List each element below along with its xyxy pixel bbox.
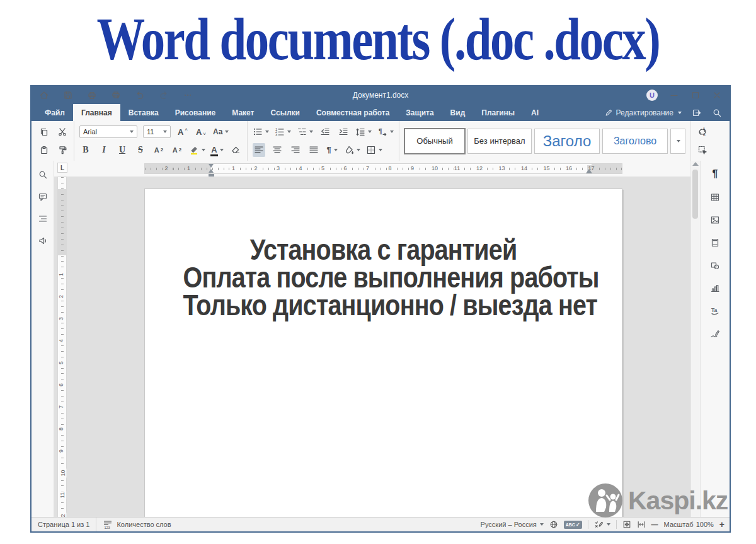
increase-font-button[interactable]: A˄ <box>176 125 189 139</box>
numbered-list-button[interactable]: 123 <box>275 125 291 139</box>
clear-formatting-button[interactable] <box>229 143 242 157</box>
feedback-icon[interactable] <box>38 236 48 246</box>
chevron-down-icon <box>220 149 224 151</box>
align-right-button[interactable] <box>289 143 302 157</box>
underline-button[interactable]: U <box>116 143 129 157</box>
ruler-number: 4 <box>297 165 303 172</box>
zoom-in-button[interactable]: + <box>719 519 724 530</box>
track-changes-button[interactable] <box>594 520 610 530</box>
print-icon[interactable] <box>87 90 97 100</box>
hanging-indent-marker[interactable] <box>209 169 214 173</box>
show-paragraph-marks-button[interactable]: ¶ <box>326 143 338 157</box>
cut-button[interactable] <box>56 125 69 139</box>
bullet-list-button[interactable] <box>253 125 269 139</box>
align-center-button[interactable] <box>271 143 284 157</box>
vertical-scrollbar[interactable] <box>690 161 700 518</box>
paragraph-mark-button[interactable]: ¶ <box>377 125 394 139</box>
align-justify-button[interactable] <box>307 143 320 157</box>
right-indent-marker[interactable] <box>586 169 592 173</box>
shape-settings-icon[interactable] <box>710 260 720 270</box>
font-name-select[interactable]: Arial <box>79 125 137 138</box>
edit-mode-selector[interactable]: Редактирование <box>604 108 682 117</box>
avatar[interactable]: U <box>646 90 658 101</box>
multilevel-list-button[interactable] <box>297 125 313 139</box>
bold-button[interactable]: B <box>79 143 92 157</box>
quick-print-icon[interactable] <box>111 90 121 100</box>
redo-icon[interactable] <box>159 90 169 100</box>
tab-ai[interactable]: AI <box>523 104 547 121</box>
document-page[interactable]: Установка с гарантиейОплата после выполн… <box>144 188 622 518</box>
more-icon[interactable] <box>183 90 193 100</box>
textart-settings-icon[interactable]: Ta <box>710 306 720 316</box>
comments-icon[interactable] <box>38 192 48 202</box>
fit-width-button[interactable] <box>637 520 646 529</box>
home-icon[interactable] <box>39 90 49 100</box>
shading-button[interactable] <box>344 143 360 157</box>
font-size-select[interactable]: 11 <box>143 125 171 138</box>
tab-файл[interactable]: Файл <box>37 104 73 121</box>
document-language-icon[interactable] <box>549 520 558 529</box>
style-1[interactable]: Обычный <box>404 129 465 154</box>
word-count[interactable]: 123 Количество слов <box>96 518 177 531</box>
language-selector[interactable]: Русский – Россия <box>481 521 544 528</box>
line-spacing-button[interactable] <box>355 125 372 139</box>
select-all-button[interactable] <box>696 143 709 157</box>
borders-button[interactable] <box>366 143 382 157</box>
page-indicator[interactable]: Страница 1 из 1 <box>32 518 96 531</box>
format-painter-button[interactable] <box>56 143 69 157</box>
tab-ссылки[interactable]: Ссылки <box>262 104 307 121</box>
tab-совместная-работа[interactable]: Совместная работа <box>308 104 398 121</box>
italic-button[interactable]: I <box>98 143 110 157</box>
watermark: Kaspi.kz <box>588 483 728 518</box>
tab-вставка[interactable]: Вставка <box>120 104 167 121</box>
minimize-icon[interactable] <box>669 90 679 100</box>
decrease-font-button[interactable]: A˅ <box>195 125 207 139</box>
font-color-button[interactable]: A <box>211 143 224 157</box>
signature-icon[interactable] <box>710 328 720 339</box>
image-settings-icon[interactable] <box>710 215 720 225</box>
styles-gallery-more-button[interactable] <box>670 129 685 154</box>
table-settings-icon[interactable] <box>710 192 720 202</box>
first-line-indent-marker[interactable] <box>209 164 214 168</box>
align-left-button[interactable] <box>253 143 265 157</box>
close-icon[interactable] <box>712 90 722 100</box>
zoom-out-button[interactable]: — <box>651 521 658 528</box>
undo-icon[interactable] <box>135 90 145 100</box>
tab-плагины[interactable]: Плагины <box>473 104 523 121</box>
style-3[interactable]: Заголо <box>534 129 600 154</box>
paste-button[interactable] <box>38 143 50 157</box>
superscript-button[interactable]: A2 <box>152 143 165 157</box>
scroll-up-arrow-icon[interactable] <box>692 162 699 166</box>
vertical-ruler[interactable]: 123456789101112 <box>57 177 67 518</box>
tab-stop-selector[interactable]: L <box>57 163 67 173</box>
search-icon-titlebar[interactable] <box>712 108 722 118</box>
search-icon[interactable] <box>38 170 48 180</box>
style-4[interactable]: Заголово <box>602 129 668 154</box>
highlight-color-button[interactable] <box>189 143 205 157</box>
style-2[interactable]: Без интервал <box>467 129 532 154</box>
strikethrough-button[interactable]: S <box>134 143 147 157</box>
fit-page-button[interactable] <box>622 520 631 529</box>
replace-button[interactable]: AB <box>696 125 709 139</box>
paragraph-settings-icon[interactable]: ¶ <box>713 168 718 180</box>
tab-главная[interactable]: Главная <box>73 104 120 121</box>
increase-indent-button[interactable] <box>337 125 350 139</box>
scrollbar-thumb[interactable] <box>692 170 698 219</box>
navigation-icon[interactable] <box>38 214 48 224</box>
maximize-icon[interactable] <box>690 90 701 100</box>
header-footer-icon[interactable] <box>710 238 720 248</box>
save-icon[interactable] <box>63 90 73 100</box>
change-case-button[interactable]: Aa <box>213 125 229 139</box>
decrease-indent-button[interactable] <box>319 125 331 139</box>
spell-check-toggle[interactable]: ABC✓ <box>564 521 582 529</box>
horizontal-ruler[interactable]: 211234567891011121314151617 <box>144 163 622 174</box>
tab-рисование[interactable]: Рисование <box>167 104 224 121</box>
chart-settings-icon[interactable] <box>710 283 720 293</box>
tab-вид[interactable]: Вид <box>442 104 474 121</box>
subscript-button[interactable]: A2 <box>171 143 183 157</box>
copy-button[interactable] <box>38 125 50 139</box>
tab-макет[interactable]: Макет <box>224 104 262 121</box>
tab-защита[interactable]: Защита <box>398 104 442 121</box>
ruler-number: 4 <box>58 338 65 344</box>
open-file-location-icon[interactable] <box>692 108 702 118</box>
